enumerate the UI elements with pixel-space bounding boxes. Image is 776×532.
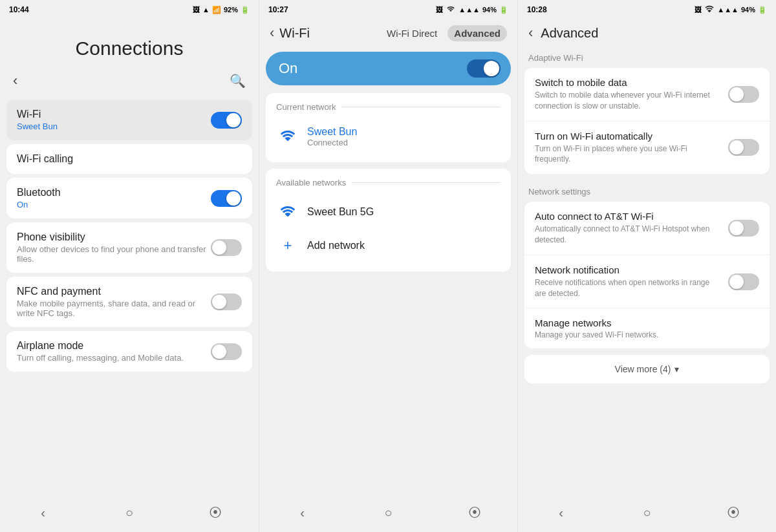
sidebar-item-nfc[interactable]: NFC and payment Make mobile payments, sh… <box>6 277 252 327</box>
network-notification-desc: Receive notifications when open networks… <box>535 277 720 299</box>
battery-icon-2: 🔋 <box>499 6 508 14</box>
network-settings-label: Network settings <box>524 180 770 202</box>
phone-visibility-knob <box>212 240 226 255</box>
sidebar-item-phone-visibility[interactable]: Phone visibility Allow other devices to … <box>6 222 252 273</box>
sidebar-item-wifi[interactable]: Wi-Fi Sweet Bun <box>6 100 252 140</box>
connections-panel: 10:44 🖼 ▲ 📶 92% 🔋 Connections ‹ 🔍 Wi-Fi … <box>0 0 259 532</box>
att-wifi-toggle[interactable] <box>728 220 759 237</box>
time-1: 10:44 <box>9 5 29 14</box>
back-button-1[interactable]: ‹ <box>13 72 17 89</box>
status-icons-3: 🖼 ▲▲▲ 94% 🔋 <box>695 5 767 15</box>
switch-mobile-title: Switch to mobile data <box>535 77 720 88</box>
turn-on-wifi-auto-row[interactable]: Turn on Wi-Fi automatically Turn on Wi-F… <box>524 122 770 175</box>
network-settings-card: Auto connect to AT&T Wi-Fi Automatically… <box>524 202 770 348</box>
switch-mobile-toggle[interactable] <box>728 86 759 103</box>
bluetooth-toggle-knob <box>226 191 241 206</box>
wifi-auto-title: Turn on Wi-Fi automatically <box>535 131 720 142</box>
wifi-on-toggle-row[interactable]: On <box>266 52 511 85</box>
nav-home-1[interactable]: ○ <box>119 502 140 523</box>
wifi-panel-title: Wi-Fi <box>279 26 310 41</box>
adaptive-wifi-label: Adaptive Wi-Fi <box>524 47 770 68</box>
phone-visibility-toggle[interactable] <box>211 239 242 256</box>
bluetooth-sub: On <box>17 200 61 209</box>
settings-list: Wi-Fi Sweet Bun Wi-Fi calling Bluetooth … <box>0 100 259 372</box>
bluetooth-label: Bluetooth <box>17 187 61 198</box>
sidebar-item-bluetooth[interactable]: Bluetooth On <box>6 178 252 218</box>
nav-back-3[interactable]: ‹ <box>551 502 572 523</box>
add-network-item[interactable]: + Add network <box>276 229 501 262</box>
battery-2: 94% <box>482 6 497 14</box>
time-3: 10:28 <box>527 5 547 14</box>
nav-home-2[interactable]: ○ <box>378 502 399 523</box>
wifi-calling-label: Wi-Fi calling <box>17 153 73 165</box>
network-notification-title: Network notification <box>535 264 720 275</box>
wifi-auto-toggle[interactable] <box>728 139 759 156</box>
wifi-direct-btn[interactable]: Wi-Fi Direct <box>387 28 437 39</box>
wifi-on-label: On <box>279 60 297 77</box>
status-icons-2: 🖼 ▲▲▲ 94% 🔋 <box>436 5 508 15</box>
nav-home-3[interactable]: ○ <box>637 502 658 523</box>
battery-icon-3: 🔋 <box>758 6 767 14</box>
current-network-item[interactable]: Sweet Bun Connected <box>276 120 501 153</box>
switch-mobile-row[interactable]: Switch to mobile data Switch to mobile d… <box>524 68 770 122</box>
current-network-status: Connected <box>307 138 357 147</box>
battery-3: 94% <box>741 6 755 14</box>
advanced-btn[interactable]: Advanced <box>447 25 507 41</box>
signal-icon-2: ▲▲▲ <box>458 6 480 14</box>
wifi-panel: 10:27 🖼 ▲▲▲ 94% 🔋 ‹ Wi-Fi Wi-Fi Direct A… <box>259 0 517 532</box>
view-more-card[interactable]: View more (4) ▾ <box>524 355 770 383</box>
back-button-2[interactable]: ‹ <box>270 25 274 41</box>
wifi-main-toggle[interactable] <box>467 59 501 78</box>
current-network-label: Current network <box>276 102 501 112</box>
back-button-3[interactable]: ‹ <box>528 25 533 41</box>
signal-icon: 📶 <box>212 6 221 14</box>
connections-header: Connections <box>0 18 259 72</box>
wifi-header-actions: Wi-Fi Direct Advanced <box>387 25 507 41</box>
manage-networks-title: Manage networks <box>535 317 658 328</box>
view-more-row[interactable]: View more (4) ▾ <box>524 355 770 383</box>
search-button[interactable]: 🔍 <box>230 73 246 89</box>
wifi-toggle-knob <box>226 113 241 127</box>
available-network-item-0[interactable]: Sweet Bun 5G <box>276 195 501 229</box>
nav-back-2[interactable]: ‹ <box>292 502 313 523</box>
chevron-down-icon: ▾ <box>674 364 679 374</box>
nav-back-1[interactable]: ‹ <box>33 502 54 523</box>
nav-recents-3[interactable]: ⦿ <box>723 502 744 523</box>
manage-networks-row[interactable]: Manage networks Manage your saved Wi-Fi … <box>524 308 770 348</box>
battery-1: 92% <box>224 6 238 14</box>
sidebar-item-airplane[interactable]: Airplane mode Turn off calling, messagin… <box>6 331 252 372</box>
wifi-auto-desc: Turn on Wi-Fi in places where you use Wi… <box>535 144 720 165</box>
bluetooth-toggle[interactable] <box>211 190 242 207</box>
network-notification-toggle[interactable] <box>728 273 759 290</box>
switch-mobile-desc: Switch to mobile data whenever your Wi-F… <box>535 90 720 112</box>
nfc-toggle[interactable] <box>211 293 242 310</box>
available-networks-section: Available networks Sweet Bun 5G + Add ne… <box>266 169 511 271</box>
screenshot-icon: 🖼 <box>193 6 200 14</box>
att-wifi-title: Auto connect to AT&T Wi-Fi <box>535 211 720 222</box>
wifi-icon-3 <box>704 5 715 15</box>
nav-recents-2[interactable]: ⦿ <box>464 502 485 523</box>
add-network-label: Add network <box>307 240 365 251</box>
sidebar-item-wifi-calling[interactable]: Wi-Fi calling <box>6 144 252 174</box>
screenshot-icon-2: 🖼 <box>436 6 443 14</box>
signal-icon-3: ▲▲▲ <box>717 6 738 14</box>
att-wifi-row[interactable]: Auto connect to AT&T Wi-Fi Automatically… <box>524 202 770 255</box>
network-notification-row[interactable]: Network notification Receive notificatio… <box>524 255 770 309</box>
current-network-wifi-icon <box>276 125 299 148</box>
wifi-main-knob <box>484 61 499 76</box>
wifi-toggle[interactable] <box>211 112 242 129</box>
bottom-nav-3: ‹ ○ ⦿ <box>518 493 776 532</box>
advanced-panel: 10:28 🖼 ▲▲▲ 94% 🔋 ‹ Advanced Adaptive Wi… <box>517 0 776 532</box>
connections-title: Connections <box>76 37 184 59</box>
current-network-name: Sweet Bun <box>307 126 357 138</box>
manage-networks-desc: Manage your saved Wi-Fi networks. <box>535 330 658 339</box>
time-2: 10:27 <box>268 5 288 14</box>
view-more-label: View more (4) <box>615 364 671 374</box>
wifi-label: Wi-Fi <box>17 109 58 120</box>
wifi-header: ‹ Wi-Fi Wi-Fi Direct Advanced <box>259 18 517 47</box>
nav-recents-1[interactable]: ⦿ <box>205 502 226 523</box>
status-bar-1: 10:44 🖼 ▲ 📶 92% 🔋 <box>0 0 259 18</box>
advanced-title: Advanced <box>541 26 598 41</box>
airplane-toggle[interactable] <box>211 343 242 360</box>
bottom-nav-1: ‹ ○ ⦿ <box>0 493 259 532</box>
